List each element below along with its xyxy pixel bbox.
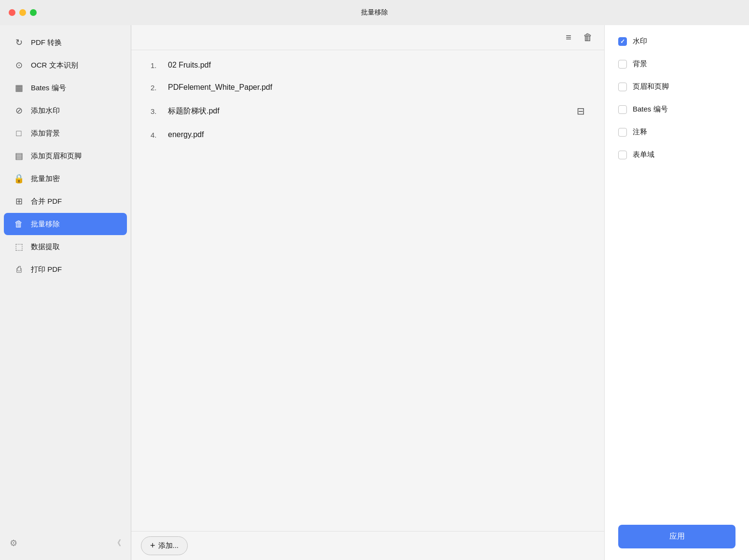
pdf-convert-icon: ↻ xyxy=(14,37,24,48)
merge-pdf-icon: ⊞ xyxy=(14,196,24,207)
sidebar-item-batch-encrypt[interactable]: 🔒 批量加密 xyxy=(4,168,127,190)
ocr-icon: ⊙ xyxy=(14,60,24,70)
sidebar-item-data-extract[interactable]: ⬚ 数据提取 xyxy=(4,236,127,258)
minimize-button[interactable] xyxy=(19,9,26,16)
option-row-header-footer: 页眉和页脚 xyxy=(618,82,735,91)
sidebar-footer: ⚙ 《 xyxy=(0,532,131,554)
window-title: 批量移除 xyxy=(361,8,388,17)
sidebar-label-add-background: 添加背景 xyxy=(31,129,60,138)
add-button-label: 添加... xyxy=(158,541,179,550)
sidebar-item-pdf-convert[interactable]: ↻ PDF 转换 xyxy=(4,31,127,54)
option-row-annotation: 注释 xyxy=(618,127,735,137)
sidebar-label-bates: Bates 编号 xyxy=(31,84,66,93)
collapse-button[interactable]: 《 xyxy=(113,538,121,548)
batch-remove-icon: 🗑 xyxy=(14,219,24,229)
apply-button[interactable]: 应用 xyxy=(618,525,735,548)
sidebar-label-add-watermark: 添加水印 xyxy=(31,106,60,115)
bates-icon: ▦ xyxy=(14,83,24,93)
print-pdf-icon: ⎙ xyxy=(14,264,24,275)
sidebar-item-batch-remove[interactable]: 🗑 批量移除 xyxy=(4,213,127,235)
option-label-header-footer: 页眉和页脚 xyxy=(633,82,669,91)
file-index: 4. xyxy=(151,131,168,139)
option-row-watermark: 水印 xyxy=(618,37,735,46)
content-area: ≡ 🗑 1. 02 Fruits.pdf 2. PDFelement_White… xyxy=(131,25,604,560)
add-files-button[interactable]: + 添加... xyxy=(141,536,188,555)
delete-icon: 🗑 xyxy=(583,32,593,42)
titlebar: 批量移除 xyxy=(0,0,749,25)
file-row[interactable]: 1. 02 Fruits.pdf xyxy=(131,54,604,76)
add-background-icon: □ xyxy=(14,128,24,139)
option-label-form-fields: 表单域 xyxy=(633,150,654,159)
file-row[interactable]: 4. energy.pdf xyxy=(131,124,604,146)
sidebar-label-print-pdf: 打印 PDF xyxy=(31,265,62,274)
right-panel: 水印 背景 页眉和页脚 Bates 编号 注释 表单域 应用 xyxy=(604,25,749,560)
window-controls xyxy=(9,9,37,16)
option-label-background: 背景 xyxy=(633,59,647,69)
sidebar-item-add-background[interactable]: □ 添加背景 xyxy=(4,122,127,144)
checkbox-watermark[interactable] xyxy=(618,37,627,46)
maximize-button[interactable] xyxy=(30,9,37,16)
sidebar-label-batch-remove: 批量移除 xyxy=(31,220,60,229)
data-extract-icon: ⬚ xyxy=(14,241,24,252)
sidebar-label-pdf-convert: PDF 转换 xyxy=(31,38,62,47)
option-label-annotation: 注释 xyxy=(633,127,647,137)
file-row[interactable]: 3. 标题阶梯状.pdf ⊟ xyxy=(131,98,604,124)
file-name: 02 Fruits.pdf xyxy=(168,61,585,70)
file-name: PDFelement_White_Paper.pdf xyxy=(168,83,585,92)
content-toolbar: ≡ 🗑 xyxy=(131,25,604,50)
sidebar: ↻ PDF 转换 ⊙ OCR 文本识别 ▦ Bates 编号 ⊘ 添加水印 □ … xyxy=(0,25,131,560)
file-index: 1. xyxy=(151,61,168,70)
sidebar-item-add-header-footer[interactable]: ▤ 添加页眉和页脚 xyxy=(4,145,127,167)
settings-icon: ⚙ xyxy=(10,538,17,548)
sidebar-label-add-header-footer: 添加页眉和页脚 xyxy=(31,152,82,161)
option-row-background: 背景 xyxy=(618,59,735,69)
sidebar-label-data-extract: 数据提取 xyxy=(31,242,60,252)
delete-all-button[interactable]: 🗑 xyxy=(581,30,595,45)
checkbox-background[interactable] xyxy=(618,60,627,69)
sidebar-item-ocr[interactable]: ⊙ OCR 文本识别 xyxy=(4,54,127,76)
file-name: energy.pdf xyxy=(168,130,585,139)
batch-encrypt-icon: 🔒 xyxy=(14,173,24,184)
checkbox-annotation[interactable] xyxy=(618,128,627,137)
sidebar-label-merge-pdf: 合并 PDF xyxy=(31,197,62,206)
sidebar-item-print-pdf[interactable]: ⎙ 打印 PDF xyxy=(4,258,127,280)
file-row-icon: ⊟ xyxy=(577,105,585,117)
add-bar: + 添加... xyxy=(131,531,604,560)
file-index: 3. xyxy=(151,107,168,115)
add-header-footer-icon: ▤ xyxy=(14,151,24,161)
main-layout: ↻ PDF 转换 ⊙ OCR 文本识别 ▦ Bates 编号 ⊘ 添加水印 □ … xyxy=(0,25,749,560)
sidebar-item-bates[interactable]: ▦ Bates 编号 xyxy=(4,77,127,99)
sidebar-label-ocr: OCR 文本识别 xyxy=(31,61,78,70)
close-button[interactable] xyxy=(9,9,15,16)
file-name: 标题阶梯状.pdf xyxy=(168,106,577,116)
sidebar-item-merge-pdf[interactable]: ⊞ 合并 PDF xyxy=(4,190,127,212)
file-index: 2. xyxy=(151,84,168,92)
checkbox-header-footer[interactable] xyxy=(618,83,627,91)
file-row[interactable]: 2. PDFelement_White_Paper.pdf xyxy=(131,76,604,98)
option-row-bates-number: Bates 编号 xyxy=(618,105,735,114)
sidebar-label-batch-encrypt: 批量加密 xyxy=(31,174,60,183)
checkbox-bates-number[interactable] xyxy=(618,105,627,114)
menu-icon: ≡ xyxy=(566,32,571,42)
sidebar-item-add-watermark[interactable]: ⊘ 添加水印 xyxy=(4,99,127,122)
add-watermark-icon: ⊘ xyxy=(14,105,24,116)
checkbox-form-fields[interactable] xyxy=(618,151,627,159)
option-row-form-fields: 表单域 xyxy=(618,150,735,159)
option-label-watermark: 水印 xyxy=(633,37,647,46)
file-list: 1. 02 Fruits.pdf 2. PDFelement_White_Pap… xyxy=(131,50,604,531)
menu-button[interactable]: ≡ xyxy=(564,30,573,45)
plus-icon: + xyxy=(150,541,155,551)
option-label-bates-number: Bates 编号 xyxy=(633,105,668,114)
